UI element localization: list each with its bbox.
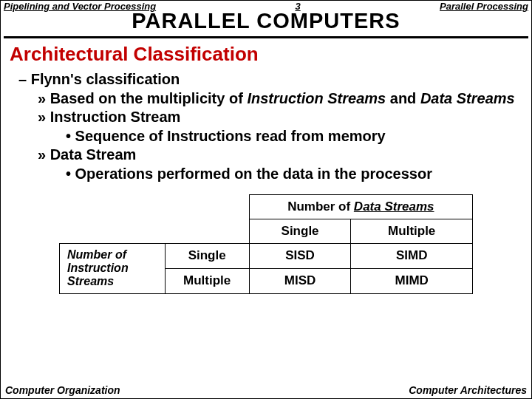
bullet-sequence: • Sequence of Instructions read from mem… [66, 127, 518, 146]
col-multiple: Multiple [351, 219, 473, 243]
row-group-header: Number of Instruction Streams [60, 243, 166, 293]
footer-left: Computer Organization [5, 384, 120, 396]
col-group-header: Number of Data Streams [249, 194, 472, 219]
cell-mimd: MIMD [351, 268, 473, 293]
spacer [60, 194, 250, 219]
header-right: Parallel Processing [440, 1, 528, 12]
text-underline: Data Streams [354, 200, 434, 214]
body-content: – Flynn's classification » Based on the … [1, 70, 531, 184]
row-single: Single [165, 243, 249, 268]
bullet-operations: • Operations performed on the data in th… [66, 165, 518, 184]
term-instruction-streams: Instruction Streams [247, 90, 386, 106]
text: Number of [287, 200, 354, 214]
cell-misd: MISD [249, 268, 351, 293]
title-rule [4, 36, 528, 38]
text: Streams [67, 275, 114, 287]
classification-table: Number of Data Streams Single Multiple N… [59, 194, 473, 294]
text: Number of [67, 248, 126, 261]
flynn-table: Number of Data Streams Single Multiple N… [59, 194, 473, 294]
slide: Pipelining and Vector Processing 3 Paral… [0, 0, 532, 399]
text: » Based on the multiplicity of [38, 90, 247, 106]
bullet-data-stream: » Data Stream [38, 146, 518, 165]
bullet-flynn: – Flynn's classification [18, 70, 518, 89]
col-single: Single [249, 219, 351, 243]
text: and [386, 90, 420, 106]
section-heading: Architectural Classification [1, 43, 531, 66]
spacer [60, 219, 250, 243]
footer-right: Computer Architectures [409, 384, 527, 396]
cell-sisd: SISD [249, 243, 351, 268]
cell-simd: SIMD [351, 243, 473, 268]
row-multiple: Multiple [165, 268, 249, 293]
slide-title: PARALLEL COMPUTERS [1, 9, 531, 33]
bullet-based-on: » Based on the multiplicity of Instructi… [38, 89, 518, 109]
term-data-streams: Data Streams [420, 90, 515, 106]
text: Instruction [67, 262, 129, 274]
bullet-instruction-stream: » Instruction Stream [38, 108, 518, 127]
footer-bar: Computer Organization Computer Architect… [1, 384, 531, 396]
